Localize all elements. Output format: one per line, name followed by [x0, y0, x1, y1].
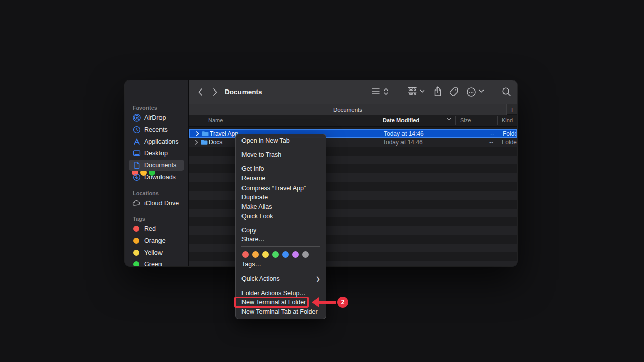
menu-item-tags[interactable]: Tags…	[236, 260, 326, 269]
share-icon[interactable]	[433, 86, 442, 97]
red-tag-swatch[interactable]	[242, 251, 249, 258]
menu-item-share[interactable]: Share…	[236, 235, 326, 244]
menu-item-new-terminal-tab-at-folder[interactable]: New Terminal Tab at Folder	[236, 307, 326, 317]
forward-button[interactable]	[210, 86, 221, 98]
sidebar-item-label: Documents	[144, 162, 176, 169]
menu-separator	[241, 272, 320, 272]
sidebar-item-tag-orange[interactable]: Orange	[129, 235, 184, 246]
menu-item-duplicate[interactable]: Duplicate	[236, 193, 326, 202]
tab-documents[interactable]: Documents	[189, 104, 507, 115]
search-icon[interactable]	[502, 87, 511, 97]
purple-tag-swatch[interactable]	[292, 251, 299, 258]
menu-item-copy[interactable]: Copy	[236, 226, 326, 235]
new-tab-button[interactable]: +	[506, 104, 517, 115]
disclosure-chevron-icon[interactable]	[196, 131, 199, 136]
context-menu: Open in New Tab Move to Trash Get Info R…	[235, 134, 326, 319]
document-icon	[132, 161, 141, 170]
file-date-modified: Today at 14:46	[383, 139, 423, 146]
sidebar-item-desktop[interactable]: Desktop	[129, 148, 184, 159]
sidebar-item-tag-yellow[interactable]: Yellow	[129, 247, 184, 258]
menu-separator	[241, 286, 320, 286]
column-header-date-modified[interactable]: Date Modified	[383, 117, 419, 123]
sidebar-item-recents[interactable]: Recents	[129, 124, 184, 135]
column-divider	[497, 116, 498, 125]
back-button[interactable]	[195, 86, 206, 98]
applications-icon	[132, 137, 141, 146]
menu-item-quick-look[interactable]: Quick Look	[236, 212, 326, 221]
sort-chevron-icon[interactable]	[447, 118, 451, 121]
cloud-icon	[132, 199, 141, 208]
list-view-icon[interactable]	[371, 87, 380, 95]
tag-icon[interactable]	[449, 87, 459, 97]
yellow-tag-icon	[133, 250, 139, 256]
sidebar-item-label: Orange	[144, 237, 166, 244]
sidebar-item-label: Desktop	[144, 150, 168, 157]
annotation-step-badge: 2	[337, 297, 348, 308]
menu-tag-color-row	[236, 249, 326, 260]
view-sort-chevrons-icon[interactable]	[383, 87, 389, 96]
menu-item-make-alias[interactable]: Make Alias	[236, 202, 326, 212]
column-headers: Name Date Modified Size Kind	[189, 115, 517, 127]
group-by-icon[interactable]	[407, 87, 417, 96]
sidebar-item-applications[interactable]: Applications	[129, 136, 184, 147]
menu-separator	[241, 246, 320, 247]
sidebar-item-label: iCloud Drive	[144, 200, 179, 207]
chevron-down-icon	[420, 89, 425, 93]
window-title: Documents	[225, 88, 262, 96]
column-header-size[interactable]: Size	[460, 117, 471, 123]
column-header-name[interactable]: Name	[208, 117, 223, 123]
desktop-icon	[132, 149, 141, 158]
sidebar-item-tag-green[interactable]: Green	[129, 259, 184, 266]
folder-icon	[202, 131, 209, 137]
menu-item-quick-actions[interactable]: Quick Actions ❯	[236, 274, 326, 284]
file-date-modified: Today at 14:46	[384, 130, 424, 137]
more-actions-icon[interactable]	[466, 87, 476, 97]
sidebar-item-documents[interactable]: Documents	[129, 160, 184, 171]
sidebar-section-favorites: Favorites	[133, 105, 157, 111]
blue-tag-swatch[interactable]	[282, 251, 289, 258]
sidebar-item-icloud-drive[interactable]: iCloud Drive	[129, 198, 184, 209]
file-kind: Folder	[503, 130, 517, 137]
toolbar: Documents	[189, 80, 517, 104]
column-header-kind[interactable]: Kind	[502, 117, 513, 123]
clock-icon	[132, 126, 141, 134]
sidebar-item-downloads[interactable]: Downloads	[129, 172, 184, 183]
sidebar-item-label: Yellow	[144, 249, 163, 256]
menu-separator	[241, 148, 320, 148]
sidebar-item-airdrop[interactable]: AirDrop	[129, 112, 184, 123]
airdrop-icon	[132, 114, 141, 122]
menu-item-open-in-new-tab[interactable]: Open in New Tab	[236, 136, 326, 146]
menu-separator	[241, 162, 320, 162]
file-kind: Folder	[502, 139, 517, 146]
menu-item-compress[interactable]: Compress “Travel App”	[236, 184, 326, 193]
tab-bar: Documents +	[189, 104, 517, 115]
sidebar-section-locations: Locations	[133, 190, 159, 196]
sidebar-item-tag-red[interactable]: Red	[129, 223, 184, 234]
sidebar-item-label: Green	[144, 261, 162, 266]
red-tag-icon	[133, 226, 139, 232]
sidebar-item-label: AirDrop	[144, 114, 166, 121]
submenu-chevron-icon: ❯	[316, 274, 320, 284]
download-icon	[132, 173, 141, 182]
disclosure-chevron-icon[interactable]	[195, 140, 198, 145]
annotation-highlight-box	[234, 297, 309, 308]
green-tag-swatch[interactable]	[272, 251, 279, 258]
menu-item-move-to-trash[interactable]: Move to Trash	[236, 150, 326, 160]
sidebar-item-label: Red	[144, 225, 156, 232]
orange-tag-icon	[133, 238, 139, 244]
annotation-arrow-shaft	[318, 301, 336, 304]
yellow-tag-swatch[interactable]	[262, 251, 269, 258]
desktop-background: /* traffic lights positioned relative to…	[0, 0, 644, 362]
sidebar: /* traffic lights positioned relative to…	[125, 80, 188, 266]
menu-item-rename[interactable]: Rename	[236, 174, 326, 184]
file-name: Docs	[209, 139, 222, 146]
gray-tag-swatch[interactable]	[302, 251, 309, 258]
orange-tag-swatch[interactable]	[252, 251, 259, 258]
menu-item-label: Quick Actions	[242, 275, 280, 282]
sidebar-item-label: Recents	[144, 126, 168, 133]
menu-item-get-info[interactable]: Get Info	[236, 164, 326, 174]
column-divider	[455, 116, 456, 125]
green-tag-icon	[133, 261, 139, 266]
file-size: --	[479, 130, 494, 137]
sidebar-item-label: Applications	[144, 138, 178, 145]
